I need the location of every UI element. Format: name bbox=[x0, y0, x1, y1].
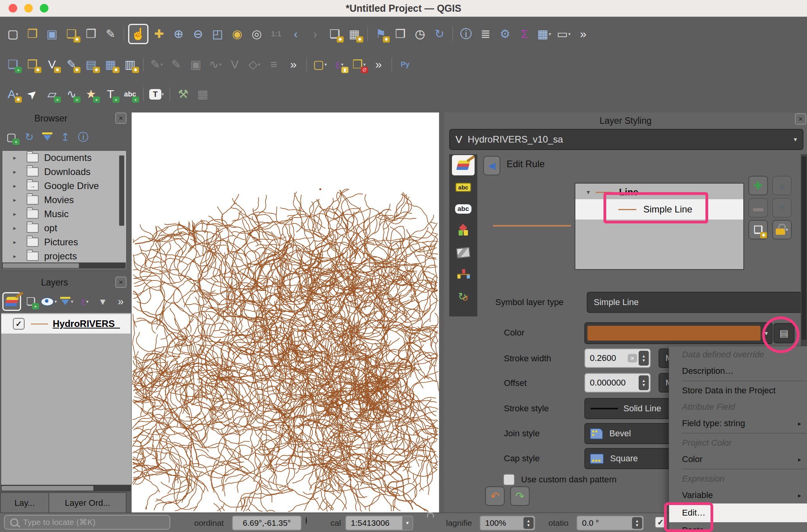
symbol-tree-group-row[interactable]: ▼ Line bbox=[575, 185, 743, 199]
new-shapefile-layer[interactable]: V✱ bbox=[43, 55, 61, 73]
browser-close-icon[interactable]: ✕ bbox=[115, 112, 127, 124]
refresh-map[interactable]: ↻ bbox=[430, 25, 448, 43]
layer-selector-combo[interactable]: V HydroRIVERS_v10_sa ▼ bbox=[449, 129, 803, 150]
zoom-native[interactable]: 1:1 bbox=[267, 25, 285, 43]
add-symbol-layer-button[interactable]: ✚ bbox=[748, 176, 768, 195]
browser-vertical-scrollbar[interactable] bbox=[119, 155, 124, 226]
add-line-feature[interactable]: ∿▾ bbox=[206, 55, 224, 73]
layer-row-hydrorivers[interactable]: ✓ HydroRIVERS_ bbox=[1, 314, 130, 334]
stroke-style-combo[interactable]: Solid Line bbox=[584, 398, 681, 419]
tab-3d-view[interactable] bbox=[452, 221, 475, 241]
zoom-last[interactable]: ‹ bbox=[287, 25, 305, 43]
new-mesh-layer[interactable]: ▦✱ bbox=[102, 55, 120, 73]
render-checkbox[interactable]: ✓ bbox=[655, 516, 666, 528]
cap-style-combo[interactable]: Square bbox=[584, 448, 681, 469]
browser-item-pictures[interactable]: ▸Pictures bbox=[2, 235, 126, 249]
undo-button[interactable]: ↶ bbox=[485, 486, 505, 506]
expander-icon[interactable]: ▸ bbox=[2, 196, 24, 204]
magnifier-input[interactable]: 100% ▲▼ bbox=[480, 516, 535, 530]
vertex-tool[interactable]: V bbox=[226, 55, 244, 73]
rotation-input[interactable]: 0.0 ° ▲▼ bbox=[577, 516, 644, 530]
styling-close-icon[interactable]: ✕ bbox=[795, 113, 806, 125]
layers-horizontal-scrollbar[interactable] bbox=[1, 485, 131, 491]
open-layer-styling[interactable] bbox=[2, 292, 21, 311]
layout-image[interactable]: ▦ bbox=[194, 85, 212, 103]
expander-icon[interactable]: ▼ bbox=[586, 189, 591, 195]
lock-color-button[interactable]: ▾ bbox=[772, 220, 792, 239]
layers-close-icon[interactable]: ✕ bbox=[115, 277, 127, 288]
tab-layer-order[interactable]: Layer Ord... bbox=[48, 492, 127, 514]
processing-toolbox[interactable]: ⚙ bbox=[496, 25, 514, 43]
pan-map[interactable]: ☝ bbox=[128, 24, 148, 44]
new-geopackage-layer[interactable]: ❒✱ bbox=[23, 55, 41, 73]
browser-horizontal-scrollbar[interactable] bbox=[2, 262, 126, 269]
move-symbol-up-button[interactable]: ▲ bbox=[772, 176, 792, 195]
add-line-annotation[interactable]: ∿＋ bbox=[62, 85, 80, 103]
toolbar-overflow-2[interactable]: » bbox=[284, 55, 302, 73]
menu-item-description[interactable]: Description… bbox=[669, 363, 807, 379]
new-print-layout[interactable]: ❏✱ bbox=[62, 25, 80, 43]
new-virtual-layer[interactable]: ▤✱ bbox=[82, 55, 100, 73]
datasource-manager[interactable]: ❏＋ bbox=[4, 55, 22, 73]
new-3d-map-view[interactable]: ▦✱ bbox=[345, 25, 363, 43]
expander-icon[interactable]: ▸ bbox=[2, 211, 24, 218]
new-map-view[interactable]: ❏✱ bbox=[326, 25, 344, 43]
menu-item-field-type-string[interactable]: Field type: string▸ bbox=[669, 415, 807, 432]
back-button[interactable]: ◀ bbox=[483, 156, 500, 175]
zoom-full-extent[interactable]: ◰ bbox=[209, 25, 227, 43]
georeferencer[interactable]: ⚒ bbox=[174, 85, 192, 103]
dash-pattern-checkbox[interactable] bbox=[503, 474, 515, 486]
modify-attributes[interactable]: ≡ bbox=[265, 55, 283, 73]
form-annotation[interactable]: T▾ bbox=[148, 85, 166, 103]
temporal-controller[interactable]: ◷ bbox=[411, 25, 429, 43]
expander-icon[interactable]: ▸ bbox=[2, 253, 24, 260]
tab-masks[interactable]: abc bbox=[452, 199, 475, 219]
stroke-width-input[interactable]: 0.2600 ✕ ▲▼ bbox=[584, 348, 651, 368]
expander-icon[interactable]: ▸ bbox=[2, 239, 24, 246]
add-group[interactable]: ❏＋ bbox=[23, 293, 39, 310]
toolbar-overflow-3[interactable]: » bbox=[370, 55, 387, 73]
offset-input[interactable]: 0.000000 ▲▼ bbox=[584, 373, 651, 393]
clear-icon[interactable]: ✕ bbox=[628, 354, 637, 362]
zoom-next[interactable]: › bbox=[306, 25, 324, 43]
tab-diagrams[interactable] bbox=[452, 243, 475, 263]
tab-labels[interactable]: abc bbox=[452, 177, 475, 197]
browser-item-downloads[interactable]: ▸Downloads bbox=[2, 165, 126, 179]
browser-item-movies[interactable]: ▸Movies bbox=[2, 193, 126, 207]
menu-item-variable[interactable]: Variable▸ bbox=[669, 487, 807, 503]
expander-icon[interactable]: ▸ bbox=[2, 168, 24, 175]
browser-item-google-drive[interactable]: ▸→Google Drive bbox=[2, 179, 126, 193]
browser-refresh[interactable]: ↻ bbox=[21, 129, 37, 145]
toolbar-overflow-1[interactable]: » bbox=[574, 25, 592, 43]
menu-item-paste[interactable]: Paste bbox=[669, 522, 807, 532]
measure[interactable]: ▭▾ bbox=[555, 25, 573, 43]
browser-item-opt[interactable]: ▸opt bbox=[2, 221, 126, 235]
filter-legend[interactable]: ▾ bbox=[59, 293, 75, 310]
scale-combo[interactable]: 1:5413006 ▼ bbox=[345, 516, 413, 530]
browser-properties[interactable]: ⓘ bbox=[75, 129, 91, 145]
menu-item-edit[interactable]: Edit… bbox=[669, 503, 807, 522]
layers-dropdown[interactable]: ▾ bbox=[95, 293, 111, 310]
add-text-along-line[interactable]: abc＋ bbox=[121, 85, 139, 103]
show-layout-manager[interactable]: ❐ bbox=[82, 25, 100, 43]
map-canvas[interactable] bbox=[132, 112, 439, 512]
show-bookmarks[interactable]: ❒ bbox=[391, 25, 409, 43]
identify-features[interactable]: ⓘ bbox=[457, 25, 475, 43]
show-sum-of-features[interactable]: Σ bbox=[516, 25, 534, 43]
tab-layers[interactable]: Lay... bbox=[0, 492, 49, 514]
browser-add-layer[interactable]: ▢＋ bbox=[3, 129, 20, 145]
select-annotation[interactable]: ➤ bbox=[23, 85, 41, 103]
expander-icon[interactable]: ▸ bbox=[2, 154, 24, 161]
layer-visibility-checkbox[interactable]: ✓ bbox=[13, 318, 25, 330]
redo-button[interactable]: ↷ bbox=[510, 486, 530, 506]
new-spatialite-layer[interactable]: ✎✱ bbox=[62, 55, 80, 73]
add-text-annotation[interactable]: T＋ bbox=[102, 85, 120, 103]
add-marker-annotation[interactable]: ★＋ bbox=[82, 85, 100, 103]
join-style-combo[interactable]: Bevel bbox=[584, 423, 681, 444]
menu-item-color[interactable]: Color▸ bbox=[669, 451, 807, 468]
tab-history[interactable]: ↻↺ bbox=[452, 286, 475, 307]
coordinate-input[interactable]: 6.69°,-61.35° bbox=[232, 516, 302, 530]
zoom-in[interactable]: ⊕ bbox=[170, 25, 187, 43]
color-data-defined-override-button[interactable]: ▤ bbox=[773, 323, 795, 343]
color-button[interactable]: ▼ bbox=[584, 322, 773, 344]
